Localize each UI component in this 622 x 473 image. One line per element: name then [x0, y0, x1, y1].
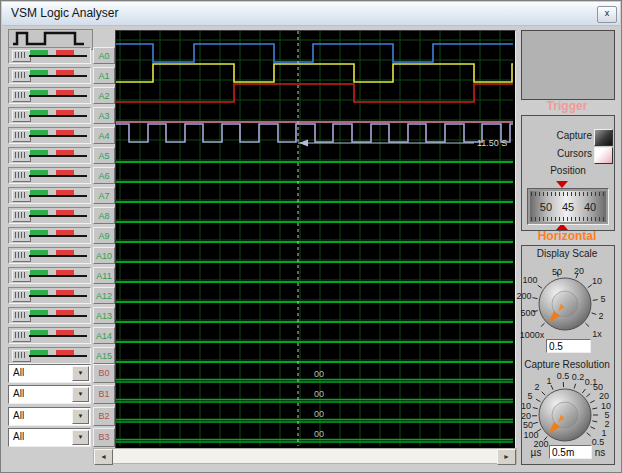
dropdown-arrow-icon[interactable]: ▼	[72, 409, 89, 424]
horizontal-scrollbar[interactable]: ◄ ►	[93, 448, 517, 464]
channel-name: A3	[94, 111, 114, 121]
channel-label-a14: A14	[93, 327, 115, 344]
channel-name: A12	[94, 291, 114, 301]
display-scale-label: Display Scale	[521, 248, 613, 259]
window-title: VSM Logic Analyser	[11, 6, 118, 20]
channel-slider-a1[interactable]	[8, 67, 91, 84]
level-indicator-red	[56, 230, 74, 235]
slider-track	[29, 55, 87, 57]
channel-name: A9	[94, 231, 114, 241]
level-indicator-green	[30, 150, 48, 155]
bus-filter-select-b2[interactable]: All▼	[8, 407, 91, 426]
scroll-left-button[interactable]: ◄	[94, 449, 113, 465]
bus-filter-value: All	[13, 367, 24, 378]
slider-track	[29, 275, 87, 277]
knob-scale-label: 200	[533, 439, 548, 449]
slider-track	[29, 215, 87, 217]
channel-name: A5	[94, 151, 114, 161]
channel-slider-a13[interactable]	[8, 307, 91, 324]
slider-track	[29, 235, 87, 237]
channel-name: A4	[94, 131, 114, 141]
channel-slider-a5[interactable]	[8, 147, 91, 164]
channel-name: A10	[94, 251, 114, 261]
channel-name: A1	[94, 71, 114, 81]
channel-label-a8: A8	[93, 207, 115, 224]
level-indicator-red	[56, 70, 74, 75]
dropdown-arrow-icon[interactable]: ▼	[72, 430, 89, 445]
title-bar: VSM Logic Analyser x	[2, 2, 620, 26]
channel-slider-a8[interactable]	[8, 207, 91, 224]
channel-slider-a15[interactable]	[8, 347, 91, 364]
channel-label-a15: A15	[93, 347, 115, 364]
close-button[interactable]: x	[597, 6, 617, 23]
knob-scale-label: 50	[552, 267, 562, 277]
knob-scale-label: 1000x	[520, 330, 545, 340]
level-indicator-green	[30, 250, 48, 255]
scroll-right-button[interactable]: ►	[497, 449, 516, 465]
slider-track	[29, 175, 87, 177]
cursors-button[interactable]	[594, 147, 613, 164]
position-value: 45	[562, 201, 574, 213]
channel-label-a7: A7	[93, 187, 115, 204]
bus-filter-select-b1[interactable]: All▼	[8, 385, 91, 404]
waveform-display: 0000000011.50 S	[115, 30, 516, 449]
nanoseconds-unit-label: ns	[595, 447, 606, 458]
slider-track	[29, 95, 87, 97]
channel-slider-a3[interactable]	[8, 107, 91, 124]
channel-slider-a12[interactable]	[8, 287, 91, 304]
trigger-position-dial[interactable]: 50 45 40	[527, 188, 609, 225]
channel-slider-a9[interactable]	[8, 227, 91, 244]
knob-scale-label: 0.5	[557, 371, 570, 381]
bus-filter-select-b0[interactable]: All▼	[8, 364, 91, 383]
slider-track	[29, 335, 87, 337]
dropdown-arrow-icon[interactable]: ▼	[72, 366, 89, 381]
position-value: 40	[584, 201, 596, 213]
slider-track	[29, 135, 87, 137]
knob-scale-label: 1	[546, 376, 551, 386]
channel-name: A6	[94, 171, 114, 181]
slider-track	[29, 355, 87, 357]
channel-slider-a14[interactable]	[8, 327, 91, 344]
channel-name: A11	[94, 271, 114, 281]
dropdown-arrow-icon[interactable]: ▼	[72, 387, 89, 402]
status-box	[521, 30, 615, 100]
cursors-label: Cursors	[526, 148, 592, 159]
channel-name: A7	[94, 191, 114, 201]
level-indicator-red	[56, 350, 74, 355]
trigger-section-title: Trigger	[521, 99, 613, 113]
channel-label-a10: A10	[93, 247, 115, 264]
level-indicator-red	[56, 270, 74, 275]
channel-slider-a0[interactable]	[8, 47, 91, 64]
knob-scale-label: 10	[521, 401, 531, 411]
bus-filter-select-b3[interactable]: All▼	[8, 428, 91, 447]
channel-name: B3	[94, 432, 114, 442]
channel-slider-a2[interactable]	[8, 87, 91, 104]
display-scale-value-input[interactable]	[546, 339, 591, 353]
slider-track	[29, 155, 87, 157]
channel-slider-a4[interactable]	[8, 127, 91, 144]
knob-scale-label: 20	[599, 391, 609, 401]
channel-name: A15	[94, 351, 114, 361]
channel-slider-a11[interactable]	[8, 267, 91, 284]
capture-resolution-label: Capture Resolution	[521, 359, 613, 370]
channel-label-a1: A1	[93, 67, 115, 84]
bus-filter-value: All	[13, 388, 24, 399]
channel-slider-a6[interactable]	[8, 167, 91, 184]
level-indicator-red	[56, 250, 74, 255]
channel-label-a5: A5	[93, 147, 115, 164]
slider-track	[29, 75, 87, 77]
knob-scale-label: 50	[523, 420, 533, 430]
capture-resolution-value-input[interactable]	[549, 445, 592, 459]
knob-scale-label: 20	[574, 266, 584, 276]
level-indicator-red	[56, 130, 74, 135]
level-indicator-red	[56, 50, 74, 55]
channel-label-a0: A0	[93, 47, 115, 64]
slider-track	[29, 315, 87, 317]
channel-label-b2: B2	[93, 407, 115, 426]
channel-name: B1	[94, 389, 114, 399]
channel-slider-a10[interactable]	[8, 247, 91, 264]
channel-slider-a7[interactable]	[8, 187, 91, 204]
level-indicator-green	[30, 130, 48, 135]
dial-ticks-bottom	[531, 217, 605, 221]
capture-button[interactable]	[594, 129, 613, 146]
